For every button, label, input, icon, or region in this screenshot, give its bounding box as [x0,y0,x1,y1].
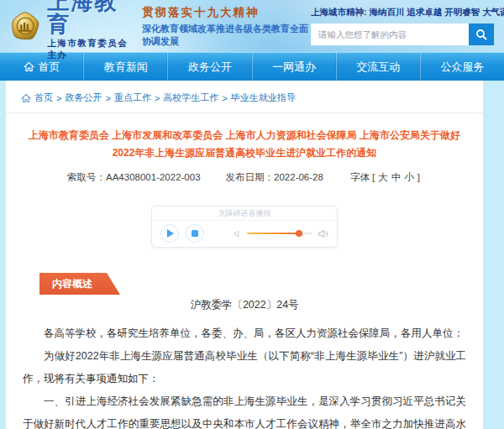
play-icon [167,229,174,238]
nav-item-gov-affairs[interactable]: 政务公开 [168,53,252,81]
content-area: 首页 > 政务公开 > 重点工作 > 高校学生工作 > 毕业生就业指导 上海市教… [6,81,483,429]
breadcrumb-item-key-work[interactable]: 重点工作 [114,92,151,104]
banner-slogan: 贯彻落实十九大精神 深化教育领域改革推进各级各类教育全面协调发展 [142,5,311,48]
stop-icon [192,230,198,237]
search-button[interactable] [469,24,494,45]
paragraph-section-1: 一、引进上海经济社会发展紧缺急需的非上海生源毕业生，是深入学习贯彻习近平总书记关… [23,390,466,429]
article-title: 上海市教育委员会 上海市发展和改革委员会 上海市人力资源和社会保障局 上海市公安… [23,127,466,162]
nav-item-label: 首页 [39,60,60,75]
breadcrumb-item-gov-affairs[interactable]: 政务公开 [65,92,102,104]
site-banner: 上海教育 上海市教育委员会主办 贯彻落实十九大精神 深化教育领域改革推进各级各类… [0,0,504,52]
nav-item-public-service[interactable]: 公众服务 [421,53,504,81]
volume-low-icon [233,229,242,238]
article-meta: 索取号：AA4308001-2022-003 发布日期：2022-06-28 字… [6,171,483,184]
paragraph-salutation: 各高等学校，各研究生培养单位，各委、办、局，各区人力资源社会保障局，各用人单位： [23,322,466,345]
article-body: 各高等学校，各研究生培养单位，各委、办、局，各区人力资源社会保障局，各用人单位：… [23,322,466,429]
nav-item-label: 教育新闻 [104,60,148,75]
document-number: 沪教委学〔2022〕24号 [6,298,483,312]
nav-item-label: 政务公开 [188,60,232,75]
breadcrumb-item-college-student-work[interactable]: 高校学生工作 [163,92,218,104]
breadcrumb: 首页 > 政务公开 > 重点工作 > 高校学生工作 > 毕业生就业指导 [6,81,483,113]
stop-button[interactable] [186,224,204,243]
home-icon [24,61,34,72]
audio-player: 无障碍语音播报 [151,206,338,248]
breadcrumb-separator: > [155,93,160,103]
breadcrumb-item-home[interactable]: 首页 [34,92,53,104]
breadcrumb-separator: > [56,93,61,103]
volume-knob[interactable] [296,230,302,237]
publish-date-value: 2022-06-28 [274,172,323,182]
slogan-line-2: 深化教育领域改革推进各级各类教育全面协调发展 [142,23,311,48]
font-size-medium-button[interactable]: 中 [391,172,402,182]
nav-item-label: 公众服务 [440,60,484,75]
volume-fill [247,233,299,234]
breadcrumb-separator: > [105,93,110,103]
font-size-suffix: ] [417,172,420,182]
content-summary-tab: 内容概述 [39,273,120,295]
shanghai-education-logo-icon [10,8,40,44]
volume-high-icon [318,228,328,239]
search-input[interactable] [311,24,469,45]
main-nav: 首页 教育新闻 政务公开 一网通办 交流互动 公众服务 [0,52,504,81]
audio-player-title: 无障碍语音播报 [152,207,337,221]
nav-item-interaction[interactable]: 交流互动 [337,53,421,81]
index-number-label: 索取号： [67,172,106,182]
paragraph-intro: 为做好2022年非上海生源应届普通高校毕业生（以下简称“非上海生源毕业生”）进沪… [23,345,466,390]
search-bar [311,24,494,45]
slogan-line-1: 贯彻落实十九大精神 [142,5,311,20]
breadcrumb-separator: > [222,93,227,103]
nav-item-label: 一网通办 [272,60,316,75]
home-icon [21,93,31,103]
search-icon [475,29,487,40]
nav-item-news[interactable]: 教育新闻 [84,53,168,81]
play-button[interactable] [160,224,179,243]
nav-item-label: 交流互动 [356,60,400,75]
nav-item-one-stop[interactable]: 一网通办 [253,53,337,81]
volume-slider[interactable] [247,233,312,234]
font-size-label: 字体 [ [350,172,375,182]
site-name: 上海教育 [47,0,130,36]
font-size-large-button[interactable]: 大 [378,172,388,182]
publish-date-label: 发布日期： [226,172,275,182]
index-number-value: AA4308001-2022-003 [106,172,201,182]
nav-item-home[interactable]: 首页 [0,53,84,81]
font-size-small-button[interactable]: 小 [404,172,414,182]
breadcrumb-item-current: 毕业生就业指导 [231,92,296,104]
city-spirit-text: 上海城市精神: 海纳百川 追求卓越 开明睿智 大气谦和 [311,7,494,18]
